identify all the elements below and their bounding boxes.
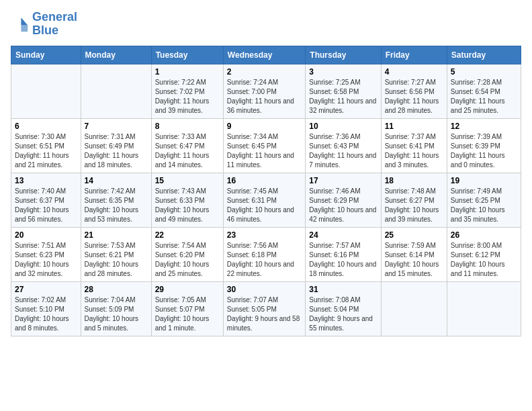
day-info: Sunrise: 7:59 AM Sunset: 6:14 PM Dayligh… [385,241,443,279]
day-info: Sunrise: 7:45 AM Sunset: 6:31 PM Dayligh… [227,187,302,224]
day-number: 17 [309,176,377,185]
calendar-cell: 14Sunrise: 7:42 AM Sunset: 6:35 PM Dayli… [81,173,151,227]
calendar-cell: 23Sunrise: 7:56 AM Sunset: 6:18 PM Dayli… [223,227,306,281]
day-number: 30 [227,285,302,294]
day-info: Sunrise: 7:51 AM Sunset: 6:23 PM Dayligh… [15,241,77,279]
day-info: Sunrise: 7:37 AM Sunset: 6:41 PM Dayligh… [385,132,443,170]
calendar-cell: 7Sunrise: 7:31 AM Sunset: 6:49 PM Daylig… [81,118,151,173]
day-number: 10 [309,122,377,131]
weekday-header-friday: Friday [381,46,447,64]
calendar-cell [447,281,521,336]
day-number: 25 [385,230,443,240]
day-number: 15 [155,176,220,185]
svg-marker-1 [21,25,28,32]
day-info: Sunrise: 7:30 AM Sunset: 6:51 PM Dayligh… [15,132,77,170]
day-number: 8 [155,122,220,131]
day-info: Sunrise: 7:05 AM Sunset: 5:07 PM Dayligh… [155,295,220,333]
day-number: 28 [85,285,148,294]
day-number: 6 [15,122,77,131]
weekday-header-row: SundayMondayTuesdayWednesdayThursdayFrid… [11,46,521,64]
day-info: Sunrise: 7:42 AM Sunset: 6:35 PM Dayligh… [85,187,148,224]
day-number: 20 [15,230,77,240]
day-info: Sunrise: 7:40 AM Sunset: 6:37 PM Dayligh… [15,187,77,224]
calendar-week-row: 13Sunrise: 7:40 AM Sunset: 6:37 PM Dayli… [11,173,521,227]
calendar-cell [381,281,447,336]
day-number: 5 [451,67,517,77]
day-info: Sunrise: 7:56 AM Sunset: 6:18 PM Dayligh… [227,241,302,279]
day-number: 12 [451,122,517,131]
day-info: Sunrise: 7:54 AM Sunset: 6:20 PM Dayligh… [155,241,220,279]
calendar-cell: 9Sunrise: 7:34 AM Sunset: 6:45 PM Daylig… [223,118,306,173]
calendar-week-row: 6Sunrise: 7:30 AM Sunset: 6:51 PM Daylig… [11,118,521,173]
day-info: Sunrise: 7:25 AM Sunset: 6:58 PM Dayligh… [309,78,377,116]
calendar-week-row: 20Sunrise: 7:51 AM Sunset: 6:23 PM Dayli… [11,227,521,281]
calendar-cell: 16Sunrise: 7:45 AM Sunset: 6:31 PM Dayli… [223,173,306,227]
day-info: Sunrise: 7:49 AM Sunset: 6:25 PM Dayligh… [451,187,517,224]
day-info: Sunrise: 8:00 AM Sunset: 6:12 PM Dayligh… [451,241,517,279]
day-info: Sunrise: 7:57 AM Sunset: 6:16 PM Dayligh… [309,241,377,279]
day-number: 11 [385,122,443,131]
calendar-cell: 12Sunrise: 7:39 AM Sunset: 6:39 PM Dayli… [447,118,521,173]
day-number: 1 [155,67,220,77]
weekday-header-saturday: Saturday [447,46,521,64]
calendar-cell: 28Sunrise: 7:04 AM Sunset: 5:09 PM Dayli… [81,281,151,336]
logo-text: General Blue [32,11,77,38]
day-info: Sunrise: 7:27 AM Sunset: 6:56 PM Dayligh… [385,78,443,116]
calendar-cell [81,64,151,118]
calendar-cell: 3Sunrise: 7:25 AM Sunset: 6:58 PM Daylig… [306,64,381,118]
day-number: 22 [155,230,220,240]
day-number: 18 [385,176,443,185]
day-info: Sunrise: 7:07 AM Sunset: 5:05 PM Dayligh… [227,295,302,333]
day-number: 14 [85,176,148,185]
day-info: Sunrise: 7:39 AM Sunset: 6:39 PM Dayligh… [451,132,517,170]
weekday-header-monday: Monday [81,46,151,64]
weekday-header-thursday: Thursday [306,46,381,64]
day-number: 19 [451,176,517,185]
day-number: 31 [309,285,377,294]
calendar-cell: 20Sunrise: 7:51 AM Sunset: 6:23 PM Dayli… [11,227,81,281]
svg-marker-0 [21,17,28,25]
day-number: 24 [309,230,377,240]
day-info: Sunrise: 7:43 AM Sunset: 6:33 PM Dayligh… [155,187,220,224]
calendar-cell: 30Sunrise: 7:07 AM Sunset: 5:05 PM Dayli… [223,281,306,336]
day-number: 23 [227,230,302,240]
weekday-header-wednesday: Wednesday [223,46,306,64]
day-info: Sunrise: 7:04 AM Sunset: 5:09 PM Dayligh… [85,295,148,333]
day-info: Sunrise: 7:34 AM Sunset: 6:45 PM Dayligh… [227,132,302,170]
calendar-cell: 18Sunrise: 7:48 AM Sunset: 6:27 PM Dayli… [381,173,447,227]
calendar-cell: 24Sunrise: 7:57 AM Sunset: 6:16 PM Dayli… [306,227,381,281]
calendar-cell: 17Sunrise: 7:46 AM Sunset: 6:29 PM Dayli… [306,173,381,227]
day-number: 29 [155,285,220,294]
logo: General Blue [11,11,77,38]
calendar-cell: 6Sunrise: 7:30 AM Sunset: 6:51 PM Daylig… [11,118,81,173]
calendar-cell: 2Sunrise: 7:24 AM Sunset: 7:00 PM Daylig… [223,64,306,118]
weekday-header-tuesday: Tuesday [151,46,223,64]
logo-icon [11,15,30,34]
day-info: Sunrise: 7:46 AM Sunset: 6:29 PM Dayligh… [309,187,377,224]
day-info: Sunrise: 7:48 AM Sunset: 6:27 PM Dayligh… [385,187,443,224]
calendar-cell: 8Sunrise: 7:33 AM Sunset: 6:47 PM Daylig… [151,118,223,173]
calendar-week-row: 27Sunrise: 7:02 AM Sunset: 5:10 PM Dayli… [11,281,521,336]
calendar-cell: 13Sunrise: 7:40 AM Sunset: 6:37 PM Dayli… [11,173,81,227]
day-number: 7 [85,122,148,131]
calendar-cell: 31Sunrise: 7:08 AM Sunset: 5:04 PM Dayli… [306,281,381,336]
calendar-cell: 19Sunrise: 7:49 AM Sunset: 6:25 PM Dayli… [447,173,521,227]
day-number: 26 [451,230,517,240]
page-header: General Blue [11,11,521,38]
day-info: Sunrise: 7:08 AM Sunset: 5:04 PM Dayligh… [309,295,377,333]
day-info: Sunrise: 7:53 AM Sunset: 6:21 PM Dayligh… [85,241,148,279]
day-number: 21 [85,230,148,240]
calendar-cell: 26Sunrise: 8:00 AM Sunset: 6:12 PM Dayli… [447,227,521,281]
calendar-cell: 21Sunrise: 7:53 AM Sunset: 6:21 PM Dayli… [81,227,151,281]
day-info: Sunrise: 7:24 AM Sunset: 7:00 PM Dayligh… [227,78,302,116]
calendar-cell: 4Sunrise: 7:27 AM Sunset: 6:56 PM Daylig… [381,64,447,118]
calendar-cell: 29Sunrise: 7:05 AM Sunset: 5:07 PM Dayli… [151,281,223,336]
calendar-cell: 15Sunrise: 7:43 AM Sunset: 6:33 PM Dayli… [151,173,223,227]
calendar-cell: 25Sunrise: 7:59 AM Sunset: 6:14 PM Dayli… [381,227,447,281]
calendar-cell: 1Sunrise: 7:22 AM Sunset: 7:02 PM Daylig… [151,64,223,118]
day-info: Sunrise: 7:36 AM Sunset: 6:43 PM Dayligh… [309,132,377,170]
weekday-header-sunday: Sunday [11,46,81,64]
calendar-cell: 22Sunrise: 7:54 AM Sunset: 6:20 PM Dayli… [151,227,223,281]
day-info: Sunrise: 7:33 AM Sunset: 6:47 PM Dayligh… [155,132,220,170]
day-number: 4 [385,67,443,77]
